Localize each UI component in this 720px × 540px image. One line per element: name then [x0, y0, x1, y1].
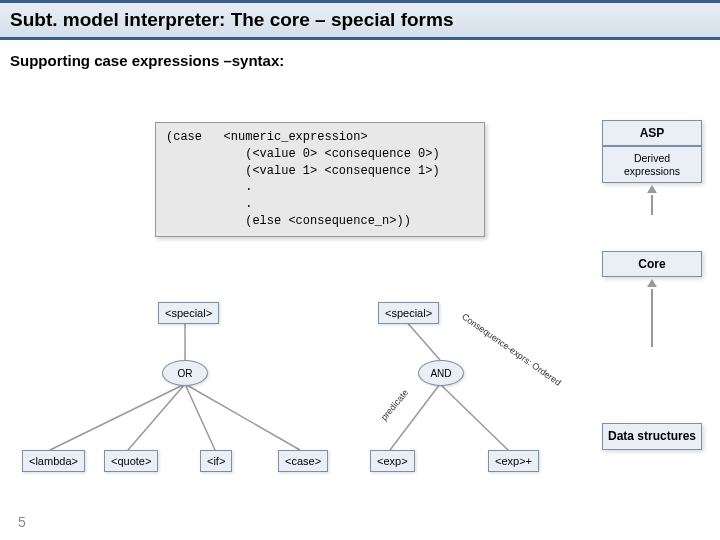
- arrow-icon: [647, 279, 657, 287]
- special-node-1: <special>: [158, 302, 219, 324]
- svg-line-1: [50, 384, 185, 450]
- consequence-label: Consequence-exprs: Ordered: [460, 311, 564, 388]
- if-node: <if>: [200, 450, 232, 472]
- special-node-2: <special>: [378, 302, 439, 324]
- svg-line-4: [185, 384, 300, 450]
- or-node: OR: [162, 360, 208, 386]
- page-number: 5: [18, 514, 26, 530]
- diagram-area: <special> <special> OR AND <lambda> <quo…: [0, 290, 720, 510]
- quote-node: <quote>: [104, 450, 158, 472]
- exp-node: <exp>: [370, 450, 415, 472]
- lambda-node: <lambda>: [22, 450, 85, 472]
- svg-line-7: [440, 384, 508, 450]
- and-node: AND: [418, 360, 464, 386]
- case-node: <case>: [278, 450, 328, 472]
- derived-box: Derived expressions: [602, 146, 702, 183]
- code-block: (case <numeric_expression> (<value 0> <c…: [155, 122, 485, 237]
- page-title: Subt. model interpreter: The core – spec…: [10, 9, 453, 30]
- subtitle: Supporting case expressions –syntax:: [0, 40, 720, 69]
- expplus-node: <exp>+: [488, 450, 539, 472]
- arrow-icon: [647, 185, 657, 193]
- core-box: Core: [602, 251, 702, 277]
- svg-line-5: [405, 320, 440, 360]
- title-bar: Subt. model interpreter: The core – spec…: [0, 0, 720, 40]
- predicate-label: predicate: [379, 388, 410, 423]
- arrow-line: [651, 195, 653, 215]
- svg-line-2: [128, 384, 185, 450]
- connector-lines: [0, 290, 720, 510]
- svg-line-3: [185, 384, 215, 450]
- asp-box: ASP: [602, 120, 702, 146]
